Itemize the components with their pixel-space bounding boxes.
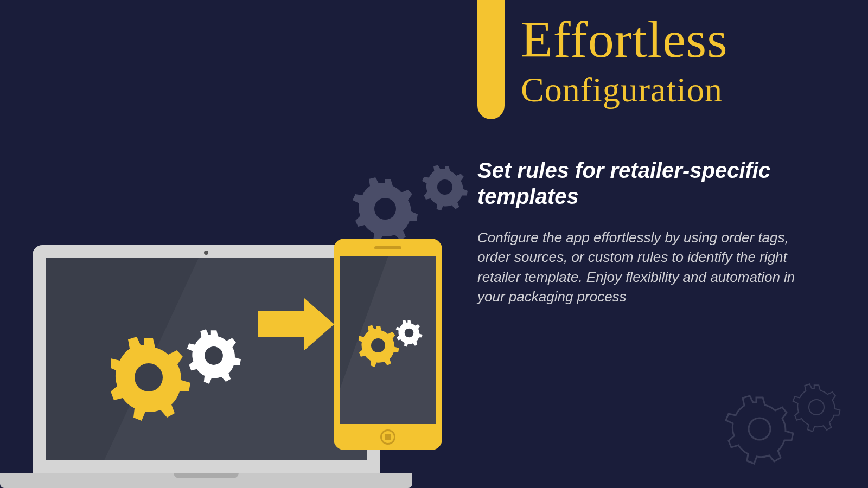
svg-point-0	[374, 198, 396, 220]
phone-screen-gears	[359, 316, 430, 372]
svg-point-5	[405, 329, 414, 338]
laptop-notch	[174, 473, 239, 478]
title-accent-bar	[477, 0, 505, 119]
svg-point-7	[809, 400, 824, 415]
svg-point-4	[371, 338, 385, 352]
phone-screen	[340, 256, 436, 424]
laptop-screen-frame	[33, 245, 380, 473]
svg-point-2	[135, 363, 163, 391]
phone-speaker	[374, 246, 401, 249]
svg-point-1	[437, 179, 452, 195]
svg-point-3	[205, 346, 223, 365]
smartphone-icon	[334, 239, 442, 450]
gear-icon	[111, 323, 273, 432]
phone-home-button	[380, 429, 395, 445]
laptop-camera	[204, 251, 208, 255]
title-block: Effortless Configuration	[521, 14, 727, 110]
gear-icon	[359, 316, 430, 370]
subtitle: Set rules for retailer-specific template…	[477, 157, 825, 209]
svg-point-6	[749, 418, 770, 440]
laptop-base	[0, 473, 412, 488]
gear-icon	[722, 377, 852, 470]
title-line-2: Configuration	[521, 70, 727, 110]
illustration	[33, 184, 477, 488]
laptop-screen-gears	[111, 323, 273, 434]
decorative-corner-gears	[722, 377, 852, 472]
slide-container: Effortless Configuration Set rules for r…	[0, 0, 868, 488]
arrow-right-icon	[258, 298, 334, 350]
body-text: Configure the app effortlessly by using …	[477, 228, 825, 307]
title-line-1: Effortless	[521, 14, 727, 66]
laptop-screen	[46, 258, 367, 460]
